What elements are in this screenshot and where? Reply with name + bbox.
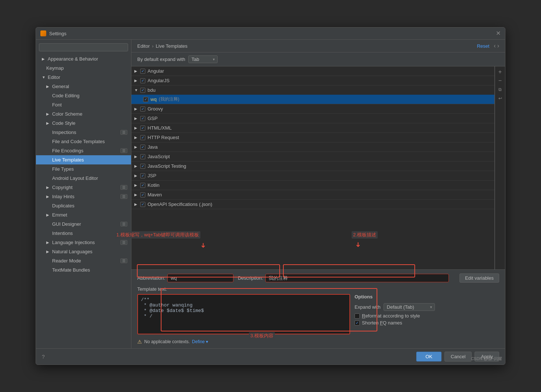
sidebar: ▶ Appearance & Behavior Keymap ▼ Editor … [36, 40, 131, 348]
chevron-down-icon: ▼ [134, 88, 139, 92]
group-label: HTTP Request [148, 135, 179, 140]
template-group-header-bdu[interactable]: ▼ bdu [131, 86, 494, 95]
sidebar-search-input[interactable] [39, 43, 128, 51]
maven-checkbox[interactable] [140, 192, 145, 197]
chevron-right-icon: ▶ [46, 84, 51, 89]
close-button[interactable]: ✕ [496, 30, 501, 36]
sidebar-item-language-injections[interactable]: ▶ Language Injections ☰ [36, 238, 131, 247]
template-group-header-gsp[interactable]: ▶ GSP [131, 114, 494, 123]
javascript-checkbox[interactable] [140, 154, 145, 159]
sidebar-item-label: Font [52, 102, 62, 108]
abbreviation-input[interactable] [167, 274, 233, 282]
sidebar-item-intentions[interactable]: Intentions [36, 229, 131, 238]
gsp-checkbox[interactable] [140, 116, 145, 121]
bottom-panel: Abbreviation: Description: Edit variable… [131, 269, 505, 348]
sidebar-item-inlay-hints[interactable]: ▶ Inlay Hints ☰ [36, 192, 131, 201]
sidebar-item-android-layout-editor[interactable]: Android Layout Editor [36, 174, 131, 183]
template-group-header-groovy[interactable]: ▶ Groovy [131, 104, 494, 113]
edit-variables-button[interactable]: Edit variables [460, 273, 499, 283]
reset-button[interactable]: Reset [477, 43, 489, 49]
template-group-header-java[interactable]: ▶ Java [131, 142, 494, 152]
jsp-checkbox[interactable] [140, 173, 145, 178]
description-group: Description: [238, 274, 449, 282]
sidebar-item-appearance[interactable]: ▶ Appearance & Behavior [36, 54, 131, 63]
sidebar-item-duplicates[interactable]: Duplicates [36, 201, 131, 210]
groovy-checkbox[interactable] [140, 106, 145, 112]
template-group-header-jsp[interactable]: ▶ JSP [131, 171, 494, 180]
template-group-header-maven[interactable]: ▶ Maven [131, 190, 494, 199]
sidebar-item-file-encodings[interactable]: File Encodings ☰ [36, 146, 131, 155]
sidebar-item-label: General [52, 84, 69, 89]
sidebar-item-keymap[interactable]: Keymap [36, 63, 131, 73]
nav-arrows: ‹ › [494, 43, 499, 49]
nav-forward-button[interactable]: › [497, 43, 499, 49]
template-textarea[interactable]: /** * @author wanqing * @date $date$ $ti… [137, 294, 350, 334]
chevron-right-icon: ▶ [134, 135, 139, 140]
javascript-testing-checkbox[interactable] [140, 164, 145, 169]
sidebar-item-file-types[interactable]: File Types [36, 164, 131, 174]
htmlxml-checkbox[interactable] [140, 126, 145, 131]
sidebar-item-code-editing[interactable]: Code Editing [36, 91, 131, 100]
template-item-desc-wq: (我的注释) [159, 96, 179, 102]
sidebar-item-textmate-bundles[interactable]: TextMate Bundles [36, 265, 131, 275]
nav-back-button[interactable]: ‹ [494, 43, 495, 49]
template-group-header-angularjs[interactable]: ▶ AngularJS [131, 76, 494, 85]
description-input[interactable] [265, 274, 449, 282]
sidebar-item-copyright[interactable]: ▶ Copyright ☰ [36, 183, 131, 192]
group-label: GSP [148, 116, 157, 121]
sidebar-item-file-code-templates[interactable]: File and Code Templates [36, 137, 131, 146]
template-group-header-javascript[interactable]: ▶ JavaScript [131, 152, 494, 161]
revert-template-button[interactable]: ↩ [496, 94, 504, 102]
sidebar-item-live-templates[interactable]: Live Templates [36, 155, 131, 164]
openapi-checkbox[interactable] [140, 202, 145, 207]
bdu-checkbox[interactable] [140, 88, 145, 93]
help-button[interactable]: ? [42, 354, 45, 360]
java-checkbox[interactable] [140, 145, 145, 150]
cancel-button[interactable]: Cancel [444, 352, 472, 362]
sidebar-item-inspections[interactable]: Inspections ☰ [36, 128, 131, 137]
sidebar-item-gui-designer[interactable]: GUI Designer ☰ [36, 219, 131, 229]
sidebar-item-label: Reader Mode [52, 258, 81, 264]
abbreviation-label: Abbreviation: [137, 275, 165, 281]
chevron-right-icon: ▶ [46, 112, 51, 116]
http-request-checkbox[interactable] [140, 135, 145, 140]
inspections-badge: ☰ [120, 130, 127, 135]
define-link[interactable]: Define ▾ [192, 339, 208, 344]
template-group-header-http-request[interactable]: ▶ HTTP Request [131, 133, 494, 142]
remove-template-button[interactable]: − [496, 77, 504, 85]
chevron-right-icon: ▶ [134, 116, 139, 121]
expand-with-select[interactable]: Default (Tab) Tab Enter Space [384, 303, 435, 311]
wq-checkbox[interactable] [143, 97, 148, 102]
kotlin-checkbox[interactable] [140, 183, 145, 188]
template-item-wq[interactable]: wq (我的注释) [131, 95, 494, 104]
angularjs-checkbox[interactable] [140, 78, 145, 83]
sidebar-item-color-scheme[interactable]: ▶ Color Scheme [36, 109, 131, 119]
shorten-fq-checkbox[interactable] [355, 320, 360, 326]
angular-checkbox[interactable] [140, 69, 145, 74]
copy-template-button[interactable]: ⧉ [496, 86, 504, 94]
sidebar-item-reader-mode[interactable]: Reader Mode ☰ [36, 256, 131, 265]
sidebar-item-label: Code Editing [52, 93, 79, 98]
sidebar-item-general[interactable]: ▶ General [36, 82, 131, 91]
dialog-footer: ? OK Cancel Apply [36, 348, 505, 364]
ok-button[interactable]: OK [416, 352, 442, 362]
shorten-fq-label: Shorten FQ names [362, 320, 402, 326]
template-group-header-htmlxml[interactable]: ▶ HTML/XML [131, 123, 494, 133]
expand-with-select-wrapper: Default (Tab) Tab Enter Space [384, 303, 435, 311]
group-label: JSP [148, 173, 156, 178]
chevron-right-icon: ▶ [134, 145, 139, 149]
template-group-header-kotlin[interactable]: ▶ Kotlin [131, 181, 494, 190]
sidebar-item-label: Language Injections [52, 240, 95, 245]
reformat-checkbox[interactable] [355, 313, 360, 319]
template-group-header-javascript-testing[interactable]: ▶ JavaScript Testing [131, 161, 494, 171]
sidebar-item-code-style[interactable]: ▶ Code Style [36, 119, 131, 128]
template-group-header-angular[interactable]: ▶ Angular [131, 66, 494, 76]
add-template-button[interactable]: + [496, 68, 504, 76]
template-group-javascript-testing: ▶ JavaScript Testing [131, 161, 494, 171]
template-group-header-openapi[interactable]: ▶ OpenAPI Specifications (.json) [131, 200, 494, 209]
sidebar-item-font[interactable]: Font [36, 100, 131, 109]
sidebar-item-natural-languages[interactable]: ▶ Natural Languages [36, 247, 131, 256]
expand-select[interactable]: Tab Enter Space [188, 55, 218, 63]
sidebar-item-editor[interactable]: ▼ Editor [36, 73, 131, 82]
sidebar-item-emmet[interactable]: ▶ Emmet [36, 210, 131, 219]
